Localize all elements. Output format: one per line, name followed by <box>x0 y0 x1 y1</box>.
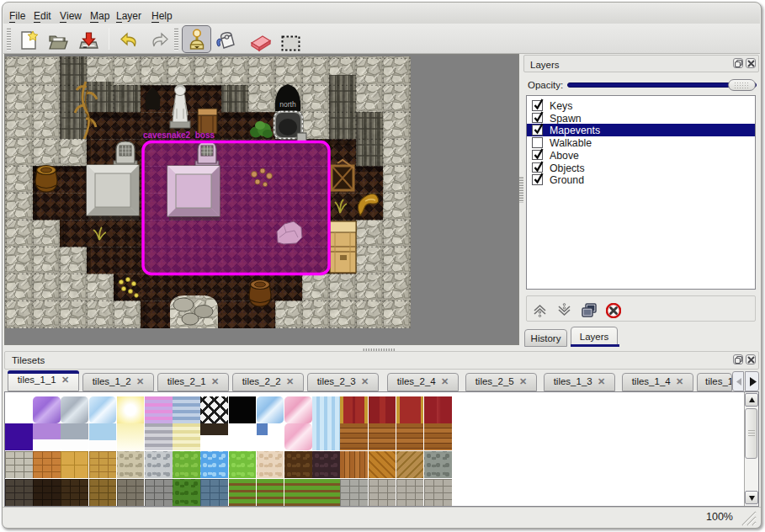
svg-text:cavesnake2_boss: cavesnake2_boss <box>143 130 215 140</box>
svg-text:north: north <box>279 100 296 109</box>
